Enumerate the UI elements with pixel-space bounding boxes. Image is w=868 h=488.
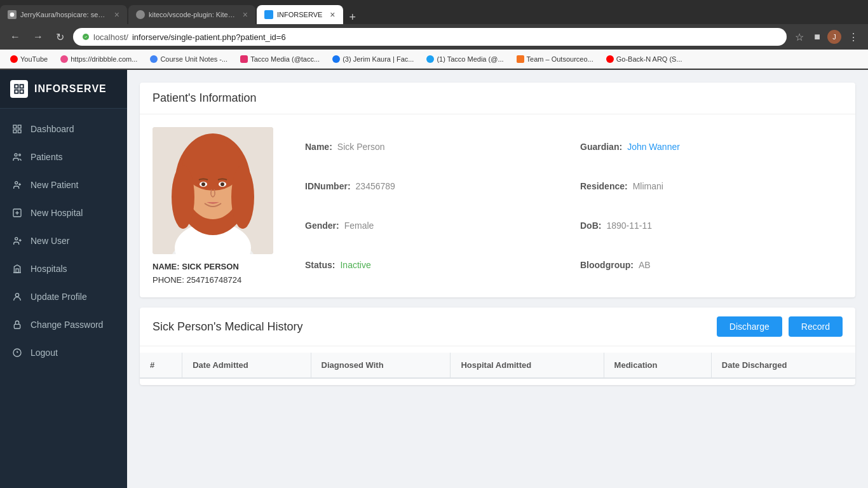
- sidebar-label-dashboard: Dashboard: [31, 124, 74, 134]
- tab-label-2: kiteco/vscode-plugin: Kite Autoc...: [149, 11, 235, 18]
- patient-display-phone: PHONE: 254716748724: [153, 275, 280, 285]
- tab-favicon-1: [8, 10, 17, 19]
- sidebar-item-change-password[interactable]: Change Password: [0, 311, 127, 339]
- sidebar-item-dashboard[interactable]: Dashboard: [0, 115, 127, 143]
- col-number: #: [140, 353, 182, 378]
- new-patient-icon: [11, 179, 23, 191]
- name-value: Sick Person: [337, 142, 385, 152]
- status-badge: Inactive: [340, 260, 370, 270]
- extensions-icon[interactable]: ■: [811, 30, 824, 44]
- sidebar-label-new-hospital: New Hospital: [31, 208, 83, 218]
- svg-point-39: [220, 182, 224, 186]
- detail-bloodgroup-row: Bloodgroup: AB: [567, 245, 843, 285]
- bookmark-icon-gobackn: [606, 55, 614, 63]
- menu-icon[interactable]: ⋮: [845, 30, 862, 44]
- bookmark-twitter[interactable]: (1) Tacco Media (@...: [421, 54, 508, 64]
- svg-line-26: [17, 352, 18, 353]
- svg-point-37: [201, 182, 205, 186]
- bookmark-label-outsourceo: Team – Outsourceo...: [527, 55, 593, 63]
- svg-point-35: [231, 165, 254, 229]
- sidebar-item-new-patient[interactable]: New Patient: [0, 171, 127, 199]
- reload-button[interactable]: ↻: [52, 30, 68, 44]
- star-icon[interactable]: ☆: [792, 30, 807, 44]
- bookmark-tacco-media[interactable]: Tacco Media (@tacc...: [235, 54, 325, 64]
- bookmarks-bar: YouTube https://dribbble.com... Course U…: [0, 50, 868, 69]
- browser-tab-2[interactable]: kiteco/vscode-plugin: Kite Autoc... ×: [128, 5, 255, 24]
- sidebar-item-patients[interactable]: Patients: [0, 143, 127, 171]
- guardian-label: Guardian:: [580, 142, 622, 152]
- bookmark-outsourceo[interactable]: Team – Outsourceo...: [512, 54, 599, 64]
- svg-rect-2: [15, 85, 18, 88]
- bookmark-icon-tacco: [240, 55, 248, 63]
- detail-guardian-row: Guardian: John Wanner: [567, 127, 843, 166]
- tab-favicon-2: [136, 10, 145, 19]
- bookmark-icon-outsourceo: [517, 55, 524, 63]
- forward-button[interactable]: →: [29, 30, 47, 44]
- sidebar-item-logout[interactable]: Logout: [0, 339, 127, 367]
- bookmark-label-gobackn: Go-Back-N ARQ (S...: [616, 55, 682, 63]
- svg-point-18: [15, 238, 18, 240]
- back-button[interactable]: ←: [6, 30, 24, 44]
- svg-rect-7: [18, 125, 21, 128]
- bookmark-icon-course-unit: [150, 55, 158, 63]
- sidebar: INFORSERVE Dashboard: [0, 70, 127, 488]
- patient-portrait: [153, 127, 273, 254]
- bookmark-course-unit[interactable]: Course Unit Notes -...: [145, 54, 233, 64]
- sidebar-label-hospitals: Hospitals: [31, 264, 67, 274]
- sidebar-nav: Dashboard Patients: [0, 109, 127, 373]
- medical-history-table: # Date Admitted Diagnosed With Hospital …: [140, 353, 855, 379]
- main-content: Patient's Information: [127, 70, 868, 488]
- record-button[interactable]: Record: [789, 316, 843, 337]
- medical-history-title: Sick Person's Medical History: [153, 320, 303, 334]
- sidebar-item-new-user[interactable]: New User: [0, 227, 127, 255]
- hospitals-icon: [11, 263, 23, 274]
- new-tab-button[interactable]: +: [344, 11, 362, 24]
- sidebar-label-update-profile: Update Profile: [31, 292, 87, 302]
- sidebar-label-new-user: New User: [31, 236, 69, 246]
- bookmark-icon-facebook: [332, 55, 340, 63]
- col-diagnosed-with: Diagnosed With: [311, 353, 451, 378]
- tab-close-2[interactable]: ×: [243, 10, 248, 20]
- address-bar[interactable]: localhost/inforserve/single-patient.php?…: [73, 28, 787, 46]
- change-password-icon: [11, 319, 23, 330]
- sidebar-item-hospitals[interactable]: Hospitals: [0, 255, 127, 283]
- new-hospital-icon: [11, 207, 23, 219]
- browser-tab-3[interactable]: INFORSERVE ×: [257, 5, 343, 24]
- bookmark-gobackn[interactable]: Go-Back-N ARQ (S...: [601, 54, 688, 64]
- gender-value: Female: [344, 220, 374, 231]
- table-header-row: # Date Admitted Diagnosed With Hospital …: [140, 353, 855, 378]
- sidebar-label-patients: Patients: [31, 152, 63, 162]
- detail-dob-row: DoB: 1890-11-11: [567, 206, 843, 245]
- history-actions: Discharge Record: [717, 316, 843, 337]
- browser-tab-1[interactable]: JerryKaura/hospicare: second ye... ×: [0, 5, 127, 24]
- bookmark-label-dribbble: https://dribbble.com...: [71, 55, 137, 63]
- logo-text: INFORSERVE: [34, 83, 107, 95]
- svg-rect-23: [14, 324, 20, 329]
- sidebar-item-new-hospital[interactable]: New Hospital: [0, 199, 127, 227]
- address-bar-row: ← → ↻ localhost/inforserve/single-patien…: [0, 24, 868, 50]
- bookmark-label-youtube: YouTube: [20, 55, 48, 63]
- secure-icon: [82, 33, 90, 41]
- logo-icon: [10, 80, 28, 98]
- sidebar-item-update-profile[interactable]: Update Profile: [0, 283, 127, 311]
- logout-icon: [11, 347, 23, 358]
- bookmark-youtube[interactable]: YouTube: [5, 54, 53, 64]
- bookmark-icon-dribbble: [60, 55, 68, 63]
- tab-close-1[interactable]: ×: [114, 10, 119, 20]
- svg-rect-3: [20, 85, 24, 88]
- tab-close-3[interactable]: ×: [330, 10, 335, 20]
- sidebar-label-logout: Logout: [31, 348, 58, 358]
- bookmark-facebook[interactable]: (3) Jerim Kaura | Fac...: [327, 54, 419, 64]
- profile-icon[interactable]: J: [827, 30, 841, 44]
- svg-rect-9: [18, 130, 21, 133]
- bloodgroup-label: Bloodgroup:: [580, 260, 634, 270]
- patient-info-title: Patient's Information: [153, 92, 843, 105]
- col-date-discharged: Date Discharged: [711, 353, 855, 378]
- col-medication: Medication: [604, 353, 711, 378]
- patient-display-name: NAME: SICK PERSON: [153, 262, 280, 271]
- residence-value: Mlimani: [633, 181, 663, 191]
- bookmark-dribbble[interactable]: https://dribbble.com...: [55, 54, 142, 64]
- guardian-value: John Wanner: [627, 142, 680, 152]
- discharge-button[interactable]: Discharge: [717, 316, 782, 337]
- dob-label: DoB:: [580, 220, 601, 231]
